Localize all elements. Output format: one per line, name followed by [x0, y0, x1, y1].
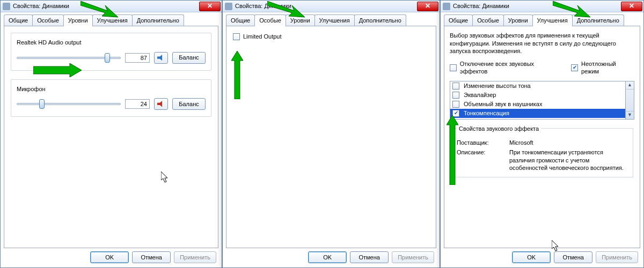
tab-custom[interactable]: Особые [472, 14, 504, 26]
limited-output-checkbox[interactable]: Limited Output [233, 33, 429, 40]
tab-custom[interactable]: Особые [254, 14, 286, 26]
window-title: Свойства: Динамики [453, 2, 621, 10]
tab-page-levels: Realtek HD Audio output 87 Баланс Микроф… [4, 26, 218, 248]
tab-enhance[interactable]: Улучшения [532, 14, 573, 26]
tab-levels[interactable]: Уровни [503, 14, 533, 26]
ok-button[interactable]: OK [308, 251, 347, 263]
apply-button[interactable]: Применить [392, 251, 434, 263]
tab-custom[interactable]: Особые [32, 14, 64, 26]
speaker-muted-icon [157, 100, 165, 108]
checkbox-icon [452, 110, 459, 117]
provider-label: Поставщик: [457, 139, 505, 146]
window-icon [443, 3, 450, 10]
tab-levels[interactable]: Уровни [286, 14, 315, 26]
tab-general[interactable]: Общие [444, 14, 473, 26]
list-item-label: Объемный звук в наушниках [464, 100, 542, 108]
disable-all-checkbox[interactable]: Отключение всех звуковых эффектов [450, 60, 561, 76]
close-button[interactable] [417, 2, 438, 11]
tab-advanced[interactable]: Дополнительно [572, 14, 624, 26]
tab-general[interactable]: Общие [226, 14, 255, 26]
close-button[interactable] [199, 2, 221, 11]
checkbox-icon [233, 33, 240, 40]
cancel-button[interactable]: Отмена [554, 251, 592, 263]
tabstrip: Общие Особые Уровни Улучшения Дополнител… [226, 14, 436, 26]
list-item: Эквалайзер [450, 91, 625, 100]
checkbox-icon [452, 92, 459, 99]
list-item: Объемный звук в наушниках [450, 100, 625, 109]
checkbox-icon [571, 64, 578, 71]
dialog-buttons: OK Отмена Применить [444, 248, 640, 264]
list-item-selected: Тонкомпенсация [450, 109, 625, 118]
cancel-button[interactable]: Отмена [132, 251, 171, 263]
scroll-up-icon[interactable]: ▲ [626, 81, 634, 90]
close-button[interactable] [621, 2, 642, 11]
disable-all-label: Отключение всех звуковых эффектов [460, 60, 561, 76]
mic-slider[interactable] [17, 99, 121, 109]
apply-button[interactable]: Применить [596, 251, 638, 263]
dialog-buttons: OK Отмена Применить [226, 248, 436, 264]
window-title: Свойства: Динамики [13, 2, 199, 10]
scroll-down-icon[interactable]: ▼ [626, 111, 634, 119]
window-custom: Свойства: Динамики Общие Особые Уровни У… [222, 0, 440, 268]
checkbox-icon [450, 64, 457, 71]
ok-button[interactable]: OK [512, 251, 551, 263]
immediate-mode-label: Неотложный режим [581, 60, 634, 76]
mic-label: Микрофон [17, 85, 206, 93]
apply-button[interactable]: Применить [174, 251, 216, 263]
list-item-label: Тонкомпенсация [464, 109, 509, 117]
description-label: Описание: [457, 148, 505, 172]
ok-button[interactable]: OK [90, 251, 129, 263]
list-item-label: Изменение высоты тона [464, 82, 531, 90]
group-mic: Микрофон 24 Баланс [11, 79, 211, 117]
window-levels: Свойства: Динамики Общие Особые Уровни У… [0, 0, 222, 268]
enhance-intro: Выбор звуковых эффектов для применения к… [450, 32, 634, 55]
mic-balance-button[interactable]: Баланс [172, 98, 206, 110]
dialog-buttons: OK Отмена Применить [4, 248, 218, 264]
window-icon [3, 3, 10, 10]
mic-mute-button[interactable] [154, 98, 168, 110]
tab-enhance[interactable]: Улучшения [92, 14, 133, 26]
tab-enhance[interactable]: Улучшения [314, 14, 355, 26]
stage: Свойства: Динамики Общие Особые Уровни У… [0, 0, 644, 268]
titlebar[interactable]: Свойства: Динамики [441, 1, 643, 12]
tab-page-custom: Limited Output [226, 26, 436, 248]
tabstrip: Общие Особые Уровни Улучшения Дополнител… [444, 14, 640, 26]
effect-properties: Свойства звукового эффекта Поставщик: Mi… [451, 125, 633, 177]
immediate-mode-checkbox[interactable]: Неотложный режим [571, 60, 634, 76]
cancel-button[interactable]: Отмена [350, 251, 389, 263]
output-label: Realtek HD Audio output [17, 39, 206, 46]
tab-advanced[interactable]: Дополнительно [354, 14, 406, 26]
window-enhance: Свойства: Динамики Общие Особые Уровни У… [440, 0, 644, 268]
output-slider[interactable] [17, 53, 121, 63]
output-mute-button[interactable] [154, 52, 168, 64]
checkbox-icon [452, 83, 459, 90]
effects-list[interactable]: Изменение высоты тона Эквалайзер Объемны… [450, 81, 634, 120]
tab-levels[interactable]: Уровни [63, 14, 93, 26]
list-item-label: Эквалайзер [464, 91, 496, 99]
tab-page-enhance: Выбор звуковых эффектов для применения к… [444, 26, 640, 248]
output-value[interactable]: 87 [125, 53, 150, 63]
output-balance-button[interactable]: Баланс [172, 52, 206, 64]
scrollbar[interactable]: ▲ ▼ [625, 81, 634, 119]
tab-general[interactable]: Общие [4, 14, 33, 26]
titlebar[interactable]: Свойства: Динамики [223, 1, 440, 12]
checkbox-icon [452, 101, 459, 108]
effect-properties-legend: Свойства звукового эффекта [457, 125, 541, 132]
titlebar[interactable]: Свойства: Динамики [1, 1, 222, 12]
limited-output-label: Limited Output [243, 33, 282, 40]
tab-advanced[interactable]: Дополнительно [132, 14, 184, 26]
tabstrip: Общие Особые Уровни Улучшения Дополнител… [4, 14, 218, 26]
window-title: Свойства: Динамики [235, 2, 417, 10]
window-icon [225, 3, 232, 10]
provider-value: Microsoft [509, 139, 627, 146]
mic-value[interactable]: 24 [125, 99, 150, 109]
group-output: Realtek HD Audio output 87 Баланс [11, 33, 211, 70]
speaker-icon [157, 54, 165, 62]
list-item: Изменение высоты тона [450, 81, 625, 91]
description-value: При тонкомпенсации устраняются различия … [509, 148, 627, 172]
